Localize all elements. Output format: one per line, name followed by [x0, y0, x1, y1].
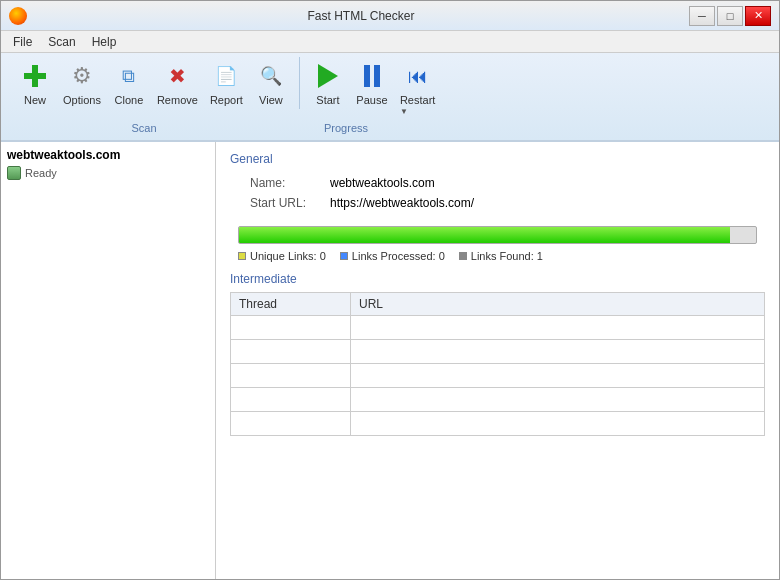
pause-icon-wrapper: [356, 60, 388, 92]
plus-icon: [19, 60, 51, 92]
intermediate-section: Intermediate Thread URL: [230, 272, 765, 436]
clone-label: Clone: [115, 94, 144, 106]
view-icon: 🔍: [260, 65, 282, 87]
toolbar-groups: New ⚙ Options ⧉ Clone ✖ Remove: [7, 57, 773, 119]
restart-arrow-icon: ▼: [400, 107, 435, 116]
toolbar-scan-group: New ⚙ Options ⧉ Clone ✖ Remove: [7, 57, 300, 109]
menu-scan[interactable]: Scan: [40, 33, 83, 51]
report-button[interactable]: 📄 Report: [204, 57, 249, 109]
name-value: webtweaktools.com: [330, 176, 435, 190]
report-label: Report: [210, 94, 243, 106]
table-row: [231, 316, 765, 340]
pause-label: Pause: [356, 94, 387, 106]
unique-dot: [238, 252, 246, 260]
menu-file[interactable]: File: [5, 33, 40, 51]
view-label: View: [259, 94, 283, 106]
unique-links-stat: Unique Links: 0: [238, 250, 326, 262]
progress-stats: Unique Links: 0 Links Processed: 0 Links…: [238, 250, 757, 262]
maximize-button[interactable]: □: [717, 6, 743, 26]
window-title: Fast HTML Checker: [33, 9, 689, 23]
table-row: [231, 388, 765, 412]
site-name: webtweaktools.com: [7, 148, 209, 162]
options-label: Options: [63, 94, 101, 106]
table-row: [231, 364, 765, 388]
start-button[interactable]: Start: [306, 57, 350, 109]
right-panel: General Name: webtweaktools.com Start UR…: [216, 142, 779, 580]
progress-bar-inner: [239, 227, 730, 243]
processed-links-stat: Links Processed: 0: [340, 250, 445, 262]
window-controls: ─ □ ✕: [689, 6, 771, 26]
name-label: Name:: [250, 176, 330, 190]
general-section-title: General: [230, 152, 765, 166]
start-label: Start: [316, 94, 339, 106]
progress-bar-outer: [238, 226, 757, 244]
remove-button[interactable]: ✖ Remove: [151, 57, 204, 109]
thread-table-head: Thread URL: [231, 293, 765, 316]
toolbar: New ⚙ Options ⧉ Clone ✖ Remove: [1, 53, 779, 142]
start-icon-wrapper: [312, 60, 344, 92]
start-url-label: Start URL:: [250, 196, 330, 210]
remove-label: Remove: [157, 94, 198, 106]
pause-button[interactable]: Pause: [350, 57, 394, 109]
info-grid: Name: webtweaktools.com Start URL: https…: [250, 176, 765, 210]
intermediate-title: Intermediate: [230, 272, 765, 286]
clone-icon: ⧉: [122, 66, 135, 87]
scan-section-label: Scan: [7, 120, 281, 136]
found-links-stat: Links Found: 1: [459, 250, 543, 262]
main-area: webtweaktools.com Ready General Name: we…: [1, 142, 779, 580]
new-label: New: [24, 94, 46, 106]
name-row: Name: webtweaktools.com: [250, 176, 765, 190]
url-col-header: URL: [351, 293, 765, 316]
found-dot: [459, 252, 467, 260]
site-status: Ready: [7, 166, 209, 180]
progress-section-label: Progress: [281, 120, 411, 136]
status-icon: [7, 166, 21, 180]
app-icon: [9, 7, 27, 25]
pause-icon: [364, 65, 380, 87]
thread-table-header-row: Thread URL: [231, 293, 765, 316]
toolbar-section-labels: Scan Progress: [7, 120, 773, 136]
report-icon: 📄: [215, 65, 237, 87]
thread-table-body: [231, 316, 765, 436]
restart-label: Restart ▼: [400, 94, 435, 116]
report-icon-wrapper: 📄: [210, 60, 242, 92]
thread-col-header: Thread: [231, 293, 351, 316]
close-button[interactable]: ✕: [745, 6, 771, 26]
gear-icon: ⚙: [72, 63, 92, 89]
start-url-value: https://webtweaktools.com/: [330, 196, 474, 210]
progress-container: Unique Links: 0 Links Processed: 0 Links…: [238, 226, 757, 262]
processed-links-label: Links Processed: 0: [352, 250, 445, 262]
thread-table: Thread URL: [230, 292, 765, 436]
unique-links-label: Unique Links: 0: [250, 250, 326, 262]
toolbar-progress-group: Start Pause ⏮ Restart ▼: [300, 57, 447, 119]
options-icon-wrapper: ⚙: [66, 60, 98, 92]
table-row: [231, 340, 765, 364]
menu-bar: File Scan Help: [1, 31, 779, 53]
remove-icon-wrapper: ✖: [161, 60, 193, 92]
processed-dot: [340, 252, 348, 260]
restart-icon-wrapper: ⏮: [402, 60, 434, 92]
view-icon-wrapper: 🔍: [255, 60, 287, 92]
menu-help[interactable]: Help: [84, 33, 125, 51]
restart-icon: ⏮: [408, 65, 428, 88]
left-panel: webtweaktools.com Ready: [1, 142, 216, 580]
start-icon: [318, 64, 338, 88]
new-icon: [19, 60, 51, 92]
table-row: [231, 412, 765, 436]
clone-button[interactable]: ⧉ Clone: [107, 57, 151, 109]
restart-button[interactable]: ⏮ Restart ▼: [394, 57, 441, 119]
options-button[interactable]: ⚙ Options: [57, 57, 107, 109]
start-url-row: Start URL: https://webtweaktools.com/: [250, 196, 765, 210]
minimize-button[interactable]: ─: [689, 6, 715, 26]
status-text: Ready: [25, 167, 57, 179]
title-bar: Fast HTML Checker ─ □ ✕: [1, 1, 779, 31]
new-button[interactable]: New: [13, 57, 57, 109]
clone-icon-wrapper: ⧉: [113, 60, 145, 92]
found-links-label: Links Found: 1: [471, 250, 543, 262]
view-button[interactable]: 🔍 View: [249, 57, 293, 109]
remove-icon: ✖: [169, 64, 186, 88]
